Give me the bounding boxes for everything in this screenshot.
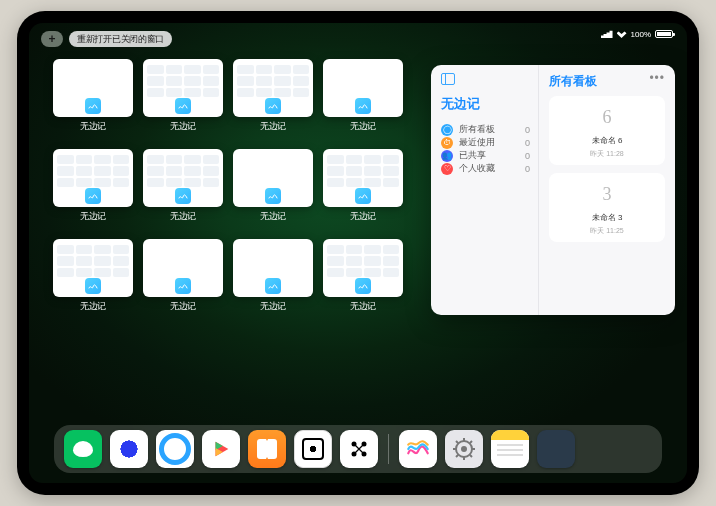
main-panel: ••• 所有看板 6未命名 6昨天 11:283未命名 3昨天 11:25 [539, 65, 675, 315]
quark-icon[interactable] [110, 430, 148, 468]
nodes-icon[interactable] [340, 430, 378, 468]
top-controls: + 重新打开已关闭的窗口 [41, 31, 172, 47]
svg-line-14 [470, 455, 472, 457]
freeform-badge-icon [175, 98, 191, 114]
board-thumbnail: 3 [590, 179, 624, 209]
window-thumb[interactable]: 无边记 [233, 59, 313, 139]
board-name: 未命名 3 [592, 212, 623, 223]
wifi-icon [617, 30, 627, 38]
thumb-label: 无边记 [260, 210, 286, 223]
board-card[interactable]: 6未命名 6昨天 11:28 [549, 96, 665, 165]
freeform-badge-icon [85, 188, 101, 204]
svg-point-8 [461, 446, 467, 452]
freeform-badge-icon [265, 188, 281, 204]
window-thumb[interactable]: 无边记 [53, 239, 133, 319]
reopen-closed-button[interactable]: 重新打开已关闭的窗口 [69, 31, 172, 47]
window-thumb[interactable]: 无边记 [233, 149, 313, 229]
notes-icon[interactable] [491, 430, 529, 468]
more-icon[interactable]: ••• [649, 71, 665, 85]
thumb-label: 无边记 [350, 210, 376, 223]
thumb-label: 无边记 [80, 300, 106, 313]
category-count: 0 [525, 164, 530, 174]
dice-icon[interactable] [294, 430, 332, 468]
freeform-badge-icon [265, 278, 281, 294]
sidebar-item[interactable]: ◯所有看板0 [441, 123, 530, 136]
window-thumb[interactable]: 无边记 [143, 149, 223, 229]
settings-icon[interactable] [445, 430, 483, 468]
category-icon: 👥 [441, 150, 453, 162]
window-thumbnails: 无边记无边记无边记无边记无边记无边记无边记无边记无边记无边记无边记无边记 [53, 59, 413, 421]
new-window-button[interactable]: + [41, 31, 63, 47]
window-thumb[interactable]: 无边记 [323, 239, 403, 319]
sidebar-item[interactable]: ⏱最近使用0 [441, 136, 530, 149]
category-label: 已共享 [459, 149, 486, 162]
play-icon[interactable] [202, 430, 240, 468]
board-thumbnail: 6 [590, 102, 624, 132]
window-thumb[interactable]: 无边记 [143, 239, 223, 319]
freeform-icon[interactable] [399, 430, 437, 468]
sidebar-item[interactable]: 👥已共享0 [441, 149, 530, 162]
freeform-badge-icon [175, 188, 191, 204]
category-count: 0 [525, 138, 530, 148]
window-thumb[interactable]: 无边记 [143, 59, 223, 139]
sidebar-toggle-icon[interactable] [441, 73, 455, 85]
thumb-label: 无边记 [170, 210, 196, 223]
category-count: 0 [525, 151, 530, 161]
screen: 100% + 重新打开已关闭的窗口 无边记无边记无边记无边记无边记无边记无边记无… [29, 23, 687, 483]
board-date: 昨天 11:28 [590, 149, 623, 159]
window-thumb[interactable]: 无边记 [53, 59, 133, 139]
sidebar: 无边记 ◯所有看板0⏱最近使用0👥已共享0♡个人收藏0 [431, 65, 539, 315]
thumb-label: 无边记 [80, 120, 106, 133]
wechat-icon[interactable] [64, 430, 102, 468]
battery-percent: 100% [631, 30, 651, 39]
stage-manager: 无边记无边记无边记无边记无边记无边记无边记无边记无边记无边记无边记无边记 无边记… [53, 59, 675, 421]
board-name: 未命名 6 [592, 135, 623, 146]
svg-line-15 [456, 455, 458, 457]
active-app-window[interactable]: 无边记 ◯所有看板0⏱最近使用0👥已共享0♡个人收藏0 ••• 所有看板 6未命… [431, 65, 675, 315]
category-label: 最近使用 [459, 136, 495, 149]
freeform-badge-icon [265, 98, 281, 114]
window-thumb[interactable]: 无边记 [233, 239, 313, 319]
category-icon: ⏱ [441, 137, 453, 149]
board-card[interactable]: 3未命名 3昨天 11:25 [549, 173, 665, 242]
board-date: 昨天 11:25 [590, 226, 623, 236]
app-library-icon[interactable] [537, 430, 575, 468]
thumb-label: 无边记 [170, 120, 196, 133]
books-icon[interactable] [248, 430, 286, 468]
thumb-label: 无边记 [170, 300, 196, 313]
qqbrowser-icon[interactable] [156, 430, 194, 468]
thumb-label: 无边记 [260, 120, 286, 133]
freeform-badge-icon [85, 98, 101, 114]
window-thumb[interactable]: 无边记 [53, 149, 133, 229]
freeform-badge-icon [85, 278, 101, 294]
category-icon: ◯ [441, 124, 453, 136]
window-thumb[interactable]: 无边记 [323, 149, 403, 229]
category-count: 0 [525, 125, 530, 135]
thumb-label: 无边记 [80, 210, 106, 223]
signal-icon [601, 30, 613, 38]
window-thumb[interactable]: 无边记 [323, 59, 403, 139]
sidebar-item[interactable]: ♡个人收藏0 [441, 162, 530, 175]
thumb-label: 无边记 [350, 120, 376, 133]
panel-title: 所有看板 [549, 73, 665, 90]
category-label: 个人收藏 [459, 162, 495, 175]
category-label: 所有看板 [459, 123, 495, 136]
freeform-badge-icon [355, 98, 371, 114]
svg-line-16 [470, 441, 472, 443]
freeform-badge-icon [355, 188, 371, 204]
dock [54, 425, 662, 473]
sidebar-title: 无边记 [441, 95, 530, 113]
status-bar: 100% [601, 27, 673, 41]
thumb-label: 无边记 [260, 300, 286, 313]
battery-icon [655, 30, 673, 38]
freeform-badge-icon [175, 278, 191, 294]
dock-separator [388, 434, 389, 464]
ipad-frame: 100% + 重新打开已关闭的窗口 无边记无边记无边记无边记无边记无边记无边记无… [17, 11, 699, 495]
thumb-label: 无边记 [350, 300, 376, 313]
freeform-badge-icon [355, 278, 371, 294]
svg-line-13 [456, 441, 458, 443]
category-icon: ♡ [441, 163, 453, 175]
